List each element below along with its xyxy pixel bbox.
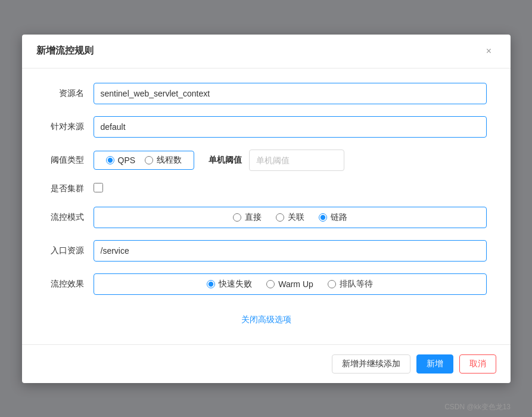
entry-resource-label: 入口资源 [46,245,94,256]
cluster-control [94,183,487,195]
watermark: CSDN @kk变色龙13 [444,402,511,412]
threshold-threads-label: 线程数 [157,155,182,166]
flow-effect-label: 流控效果 [46,279,94,290]
flow-effect-group: 快速失败 Warm Up 排队等待 [94,273,487,295]
cluster-label: 是否集群 [46,183,94,194]
flow-effect-warmup-label: Warm Up [278,279,313,289]
threshold-type-group: QPS 线程数 [94,151,195,170]
machine-threshold-input[interactable] [249,150,344,171]
source-row: 针对来源 [46,116,487,138]
flow-mode-relate-radio[interactable] [276,213,284,222]
flow-effect-queue-option[interactable]: 排队等待 [328,279,373,290]
modal-header: 新增流控规则 × [22,35,511,69]
modal-body: 资源名 针对来源 阈值类型 QPS [22,69,511,344]
flow-mode-control: 直接 关联 链路 [94,207,487,228]
add-button[interactable]: 新增 [416,354,453,374]
modal-dialog: 新增流控规则 × 资源名 针对来源 阈值类型 [22,35,511,383]
source-label: 针对来源 [46,122,94,132]
flow-mode-chain-option[interactable]: 链路 [319,212,347,223]
flow-effect-queue-radio[interactable] [328,280,336,288]
flow-effect-queue-label: 排队等待 [340,279,373,290]
modal-footer: 新增并继续添加 新增 取消 [22,344,511,383]
flow-mode-chain-label: 链路 [331,212,347,223]
resource-name-label: 资源名 [46,88,94,99]
flow-mode-direct-radio[interactable] [233,213,241,222]
flow-mode-row: 流控模式 直接 关联 链路 [46,207,487,228]
flow-effect-fast-radio[interactable] [207,280,215,288]
flow-mode-group: 直接 关联 链路 [94,207,487,228]
threshold-row: 阈值类型 QPS 线程数 单机阈值 [46,150,487,171]
threshold-qps-radio[interactable] [106,156,114,164]
threshold-qps-label: QPS [118,155,136,165]
add-continue-button[interactable]: 新增并继续添加 [332,354,410,374]
flow-mode-direct-label: 直接 [245,212,262,223]
flow-effect-warmup-radio[interactable] [266,280,275,288]
entry-resource-input[interactable] [94,240,487,262]
threshold-type-label: 阈值类型 [46,155,94,166]
advanced-options-section: 关闭高级选项 [46,307,487,330]
close-button[interactable]: × [482,44,496,58]
flow-effect-warmup-option[interactable]: Warm Up [266,279,313,289]
resource-name-control [94,83,487,104]
source-input[interactable] [94,116,487,138]
machine-threshold-label: 单机阈值 [209,155,242,166]
flow-effect-fast-label: 快速失败 [219,279,252,290]
entry-resource-control [94,240,487,262]
flow-mode-chain-radio[interactable] [319,213,327,222]
entry-resource-row: 入口资源 [46,240,487,262]
flow-effect-row: 流控效果 快速失败 Warm Up 排队等待 [46,273,487,295]
cluster-checkbox[interactable] [94,183,103,192]
resource-name-input[interactable] [94,83,487,104]
threshold-threads-option[interactable]: 线程数 [145,155,182,166]
flow-mode-direct-option[interactable]: 直接 [233,212,262,223]
modal-overlay: 新增流控规则 × 资源名 针对来源 阈值类型 [0,0,532,417]
flow-effect-fast-option[interactable]: 快速失败 [207,279,252,290]
threshold-threads-radio[interactable] [145,156,153,164]
cancel-button[interactable]: 取消 [459,354,496,374]
flow-mode-label: 流控模式 [46,212,94,223]
modal-title: 新增流控规则 [36,45,94,57]
source-control [94,116,487,138]
flow-effect-control: 快速失败 Warm Up 排队等待 [94,273,487,295]
flow-mode-relate-label: 关联 [288,212,304,223]
threshold-qps-option[interactable]: QPS [106,155,136,165]
threshold-controls: QPS 线程数 单机阈值 [94,150,487,171]
resource-name-row: 资源名 [46,83,487,104]
cluster-row: 是否集群 [46,183,487,195]
flow-mode-relate-option[interactable]: 关联 [276,212,304,223]
advanced-options-link[interactable]: 关闭高级选项 [241,315,291,324]
